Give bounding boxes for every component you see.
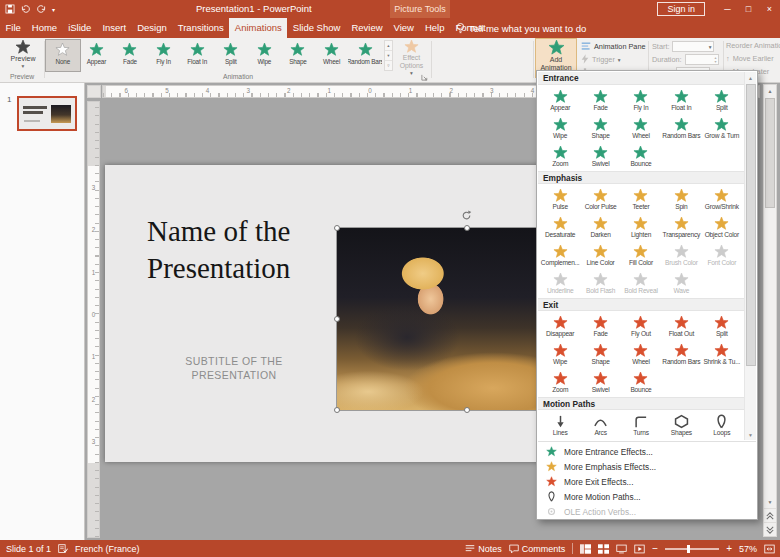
animation-style-shape[interactable]: Shape — [281, 40, 315, 71]
menu-item-swivel[interactable]: Swivel — [580, 142, 620, 170]
rotate-handle-icon[interactable] — [461, 210, 472, 221]
menu-scroll-up-icon[interactable]: ▲ — [748, 72, 753, 83]
menu-item-object-color[interactable]: Object Color — [702, 213, 742, 241]
menu-item-pulse[interactable]: Pulse — [540, 185, 580, 213]
animation-style-wheel[interactable]: Wheel — [315, 40, 349, 71]
animation-style-fly-in[interactable]: Fly In — [147, 40, 181, 71]
tab-help[interactable]: Help — [419, 18, 450, 38]
gallery-expand-icon[interactable]: ▿ — [385, 61, 392, 70]
menu-item-more-exit-effects[interactable]: More Exit Effects... — [538, 474, 756, 489]
gallery-scrollbar[interactable]: ▴ ▾ ▿ — [384, 40, 393, 71]
animation-pane-button[interactable]: Animation Pane — [581, 41, 646, 51]
scroll-down-icon[interactable]: ▼ — [764, 496, 776, 508]
menu-item-shape[interactable]: Shape — [580, 340, 620, 368]
animation-style-fade[interactable]: Fade — [113, 40, 147, 71]
animation-style-split[interactable]: Split — [214, 40, 248, 71]
restore-button[interactable]: □ — [738, 0, 759, 18]
menu-item-complemen[interactable]: Complemen... — [540, 241, 580, 269]
zoom-slider[interactable] — [665, 548, 719, 550]
menu-item-random-bars[interactable]: Random Bars — [661, 340, 701, 368]
animation-style-appear[interactable]: Appear — [80, 40, 114, 71]
menu-item-loops[interactable]: Loops — [702, 411, 742, 439]
zoom-in-button[interactable]: + — [726, 544, 732, 554]
animation-style-random-bars[interactable]: Random Bars — [348, 40, 382, 71]
zoom-percent[interactable]: 57% — [739, 544, 757, 554]
menu-item-shapes[interactable]: Shapes — [661, 411, 701, 439]
zoom-slider-thumb[interactable] — [687, 545, 690, 553]
menu-item-lighten[interactable]: Lighten — [621, 213, 661, 241]
menu-item-shape[interactable]: Shape — [580, 114, 620, 142]
save-icon[interactable] — [5, 4, 15, 14]
menu-item-desaturate[interactable]: Desaturate — [540, 213, 580, 241]
menu-item-more-emphasis-effects[interactable]: More Emphasis Effects... — [538, 459, 756, 474]
notes-button[interactable]: Notes — [465, 544, 502, 554]
undo-icon[interactable] — [20, 4, 31, 14]
next-slide-button[interactable] — [764, 522, 776, 536]
tab-animations[interactable]: Animations — [229, 18, 287, 38]
menu-item-fill-color[interactable]: Fill Color — [621, 241, 661, 269]
resize-handle[interactable] — [464, 407, 470, 413]
menu-item-bounce[interactable]: Bounce — [621, 142, 661, 170]
menu-item-line-color[interactable]: Line Color — [580, 241, 620, 269]
menu-item-swivel[interactable]: Swivel — [580, 368, 620, 396]
menu-item-split[interactable]: Split — [702, 86, 742, 114]
tab-review[interactable]: Review — [346, 18, 388, 38]
menu-scrollbar-thumb[interactable] — [746, 84, 756, 366]
redo-icon[interactable] — [36, 4, 47, 14]
tab-view[interactable]: View — [388, 18, 419, 38]
menu-item-grow-shrink[interactable]: Grow/Shrink — [702, 185, 742, 213]
close-button[interactable]: × — [759, 0, 780, 18]
scroll-up-icon[interactable]: ▲ — [764, 85, 776, 97]
zoom-out-button[interactable]: − — [652, 544, 658, 554]
resize-handle[interactable] — [334, 316, 340, 322]
menu-item-float-in[interactable]: Float In — [661, 86, 701, 114]
menu-item-wheel[interactable]: Wheel — [621, 114, 661, 142]
menu-item-more-entrance-effects[interactable]: More Entrance Effects... — [538, 444, 756, 459]
resize-handle[interactable] — [334, 225, 340, 231]
menu-item-zoom[interactable]: Zoom — [540, 368, 580, 396]
slide-thumbnail[interactable] — [17, 96, 77, 131]
menu-item-appear[interactable]: Appear — [540, 86, 580, 114]
menu-item-wipe[interactable]: Wipe — [540, 114, 580, 142]
tab-design[interactable]: Design — [132, 18, 173, 38]
menu-scroll-down-icon[interactable]: ▼ — [748, 429, 753, 440]
menu-item-lines[interactable]: Lines — [540, 411, 580, 439]
qat-customize-icon[interactable]: ▾ — [52, 6, 55, 13]
animation-style-none[interactable]: None — [46, 40, 80, 71]
tab-transitions[interactable]: Transitions — [172, 18, 229, 38]
comments-button[interactable]: Comments — [509, 544, 566, 554]
preview-button[interactable]: Preview ▾ — [3, 39, 43, 68]
menu-item-spin[interactable]: Spin — [661, 185, 701, 213]
menu-scrollbar[interactable]: ▲ ▼ — [744, 72, 756, 440]
normal-view-icon[interactable] — [580, 544, 591, 554]
language-indicator[interactable]: French (France) — [75, 544, 140, 554]
reading-view-icon[interactable] — [616, 544, 627, 554]
vertical-scrollbar[interactable]: ▲ ▼ — [763, 84, 777, 537]
animation-dialog-launcher-icon[interactable] — [421, 74, 428, 81]
menu-item-transparency[interactable]: Transparency — [661, 213, 701, 241]
menu-item-darken[interactable]: Darken — [580, 213, 620, 241]
menu-item-fade[interactable]: Fade — [580, 86, 620, 114]
menu-item-arcs[interactable]: Arcs — [580, 411, 620, 439]
menu-item-random-bars[interactable]: Random Bars — [661, 114, 701, 142]
menu-item-fly-out[interactable]: Fly Out — [621, 312, 661, 340]
animation-style-float-in[interactable]: Float In — [180, 40, 214, 71]
minimize-button[interactable]: ─ — [717, 0, 738, 18]
menu-item-float-out[interactable]: Float Out — [661, 312, 701, 340]
slide-sorter-view-icon[interactable] — [598, 544, 609, 554]
menu-item-color-pulse[interactable]: Color Pulse — [580, 185, 620, 213]
tab-insert[interactable]: Insert — [97, 18, 132, 38]
slideshow-view-icon[interactable] — [634, 544, 645, 554]
menu-item-bounce[interactable]: Bounce — [621, 368, 661, 396]
sign-in-button[interactable]: Sign in — [657, 2, 705, 16]
resize-handle[interactable] — [334, 407, 340, 413]
menu-item-fade[interactable]: Fade — [580, 312, 620, 340]
menu-item-disappear[interactable]: Disappear — [540, 312, 580, 340]
menu-item-wipe[interactable]: Wipe — [540, 340, 580, 368]
menu-item-teeter[interactable]: Teeter — [621, 185, 661, 213]
previous-slide-button[interactable] — [764, 508, 776, 522]
scrollbar-thumb[interactable] — [765, 98, 775, 208]
tab-slide-show[interactable]: Slide Show — [287, 18, 346, 38]
tab-home[interactable]: Home — [26, 18, 62, 38]
fit-slide-to-window-icon[interactable] — [764, 544, 775, 554]
